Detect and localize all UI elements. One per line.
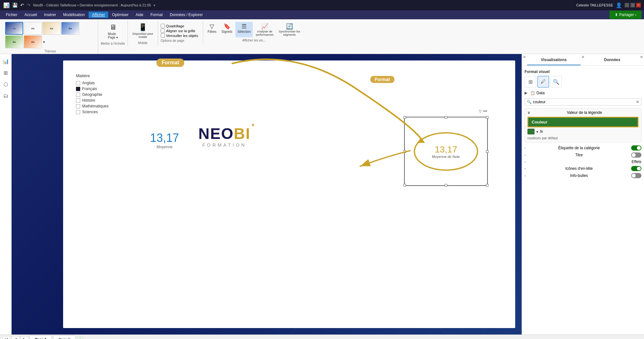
page-tab-2[interactable]: Page 2 bbox=[53, 335, 75, 339]
theme-3[interactable]: Aa bbox=[43, 22, 61, 35]
vis-icon-format[interactable]: 🖊 bbox=[537, 76, 549, 87]
slicer-item-anglais[interactable]: Anglais bbox=[76, 81, 109, 85]
menu-modelisation[interactable]: Modélisation bbox=[60, 12, 88, 18]
menu-donnees[interactable]: Données / Explorer bbox=[166, 12, 206, 18]
theme-5[interactable]: Aa bbox=[5, 35, 23, 48]
handle-mr[interactable] bbox=[486, 150, 488, 153]
page-tab-1[interactable]: Page 1 bbox=[30, 335, 52, 339]
handle-tl[interactable] bbox=[403, 116, 406, 119]
icones-toggle-row: › Icônes d'en-tête bbox=[525, 165, 641, 172]
redo-icon[interactable]: ↷ bbox=[27, 3, 31, 8]
search-input[interactable] bbox=[533, 100, 636, 104]
verrouiller-checkbox[interactable]: Verrouiller les objets bbox=[161, 33, 198, 38]
vis-icon-analytics[interactable]: 🔍 bbox=[550, 76, 562, 87]
left-icon-dag[interactable]: 🗂 bbox=[1, 91, 10, 100]
menu-aide[interactable]: Aide bbox=[132, 12, 147, 18]
aligner-grille-checkbox[interactable]: Aligner sur la grille bbox=[161, 29, 198, 33]
window-controls: − □ ✕ bbox=[625, 3, 641, 7]
page-nav-prev[interactable]: ◀ bbox=[12, 336, 19, 339]
etiquette-toggle[interactable] bbox=[631, 145, 641, 151]
slicer-check-anglais[interactable] bbox=[76, 81, 80, 85]
legende-section-header[interactable]: ∨ Valeur de la légende bbox=[527, 110, 639, 115]
theme-6[interactable]: Aa bbox=[24, 35, 42, 48]
left-icon-model[interactable]: ⬡ bbox=[1, 80, 10, 89]
page-nav-next[interactable]: ▶ bbox=[21, 336, 28, 339]
add-page-button[interactable]: + bbox=[77, 336, 84, 339]
quadrillage-checkbox[interactable]: Quadrillage bbox=[161, 24, 198, 28]
verrouiller-input[interactable] bbox=[161, 33, 165, 38]
slicer-item-francais[interactable]: Français bbox=[76, 87, 109, 91]
aligner-grille-label: Aligner sur la grille bbox=[166, 29, 195, 33]
oval-kpi-value: 13,17 bbox=[435, 144, 457, 155]
couleur-color-swatch[interactable] bbox=[527, 129, 535, 134]
disposition-mobile-btn[interactable]: 📱 Disposition pourmobile bbox=[130, 22, 155, 40]
tab-donnees[interactable]: Données bbox=[585, 54, 639, 65]
slicer-check-geo[interactable] bbox=[76, 93, 80, 97]
tab-visualisations[interactable]: Visualisations bbox=[527, 54, 581, 65]
menu-optimiser[interactable]: Optimiser bbox=[109, 12, 132, 18]
close-button[interactable]: ✕ bbox=[636, 3, 641, 7]
handle-bm[interactable] bbox=[445, 184, 447, 187]
title-arrow[interactable]: ▾ bbox=[154, 4, 155, 7]
menu-accueil[interactable]: Accueil bbox=[21, 12, 40, 18]
slicer-check-sciences[interactable] bbox=[76, 110, 80, 114]
left-sidebar: 📊 ⊞ ⬡ 🗂 bbox=[0, 54, 12, 334]
slicer-item-sciences[interactable]: Sciences bbox=[76, 110, 109, 114]
logo-formation: FORMATION bbox=[198, 142, 251, 148]
icones-toggle[interactable] bbox=[631, 166, 641, 171]
data-tree-item[interactable]: ▶ 📋 Data bbox=[525, 90, 641, 96]
menu-format[interactable]: Format bbox=[147, 12, 166, 18]
panel-expand-data[interactable]: » bbox=[639, 54, 644, 65]
titre-toggle[interactable] bbox=[631, 152, 641, 158]
minimize-button[interactable]: − bbox=[625, 3, 629, 7]
handle-tr[interactable] bbox=[486, 116, 488, 119]
theme-1[interactable]: Aa bbox=[5, 22, 23, 35]
slicer-item-histoire[interactable]: Histoire bbox=[76, 98, 109, 103]
slicer-item-geo[interactable]: Géographie bbox=[76, 92, 109, 97]
left-icon-bar-chart[interactable]: 📊 bbox=[1, 57, 10, 66]
handle-br[interactable] bbox=[486, 184, 488, 187]
theme-more-btn[interactable]: ▾ bbox=[43, 35, 45, 48]
panel-expand-vis[interactable]: » bbox=[581, 54, 586, 65]
search-clear-btn[interactable]: ✕ bbox=[636, 100, 639, 104]
user-avatar: 👤 bbox=[616, 2, 622, 8]
quadrillage-input[interactable] bbox=[161, 24, 165, 28]
share-button[interactable]: ⬆ Partager › bbox=[610, 11, 641, 19]
menu-afficher[interactable]: Afficher bbox=[89, 12, 108, 18]
aligner-grille-input[interactable] bbox=[161, 29, 165, 33]
slicer-check-francais[interactable] bbox=[76, 87, 80, 91]
visual-more-icon[interactable]: ••• bbox=[483, 109, 487, 114]
slicer-item-maths[interactable]: Mathématiques bbox=[76, 104, 109, 108]
data-icon: 📋 bbox=[530, 91, 535, 95]
analyser-btn[interactable]: 📈 Analyser deperformances bbox=[254, 22, 276, 37]
mode-page-btn[interactable]: 🖥 ModePage ▾ bbox=[106, 22, 120, 41]
couleur-fx-btn[interactable]: fx bbox=[540, 129, 543, 134]
visual-selection-box[interactable]: ▽ ••• 13,17 Moyenne de Note bbox=[404, 117, 488, 186]
page-nav-first[interactable]: |◀ bbox=[3, 336, 10, 339]
left-icon-table[interactable]: ⊞ bbox=[1, 68, 10, 77]
theme-4[interactable]: Aa bbox=[61, 22, 79, 35]
couleur-chevron-icon[interactable]: ▾ bbox=[536, 130, 538, 133]
menu-inserer[interactable]: Insérer bbox=[41, 12, 59, 18]
panel-expand-left[interactable]: « bbox=[522, 54, 527, 65]
menu-fichier[interactable]: Fichier bbox=[3, 12, 21, 18]
infobulles-toggle[interactable] bbox=[631, 173, 641, 178]
slicer-check-maths[interactable] bbox=[76, 104, 80, 108]
handle-bl[interactable] bbox=[403, 184, 406, 187]
undo-icon[interactable]: ↶ bbox=[20, 3, 24, 8]
slicer-widget: Matière Anglais Français Géographie Hist… bbox=[73, 70, 112, 119]
synchroniser-btn[interactable]: 🔄 Synchroniser lessegments bbox=[277, 22, 302, 37]
handle-ml[interactable] bbox=[403, 150, 406, 153]
filtres-btn[interactable]: ▽ Filtres bbox=[206, 22, 218, 37]
vis-icon-table[interactable]: ⊞ bbox=[525, 76, 536, 87]
restore-button[interactable]: □ bbox=[630, 3, 635, 7]
handle-tm[interactable] bbox=[445, 116, 447, 119]
signets-btn[interactable]: 🔖 Signets bbox=[220, 22, 234, 37]
page-options-checkboxes: Quadrillage Aligner sur la grille Verrou… bbox=[161, 24, 198, 38]
theme-2[interactable]: Aa bbox=[24, 22, 42, 35]
titre-toggle-knob bbox=[632, 153, 636, 157]
selection-btn[interactable]: ☰ Sélection bbox=[235, 22, 252, 37]
save-icon[interactable]: 💾 bbox=[12, 3, 18, 8]
slicer-check-histoire[interactable] bbox=[76, 98, 80, 103]
visual-filter-icon[interactable]: ▽ bbox=[479, 109, 482, 114]
